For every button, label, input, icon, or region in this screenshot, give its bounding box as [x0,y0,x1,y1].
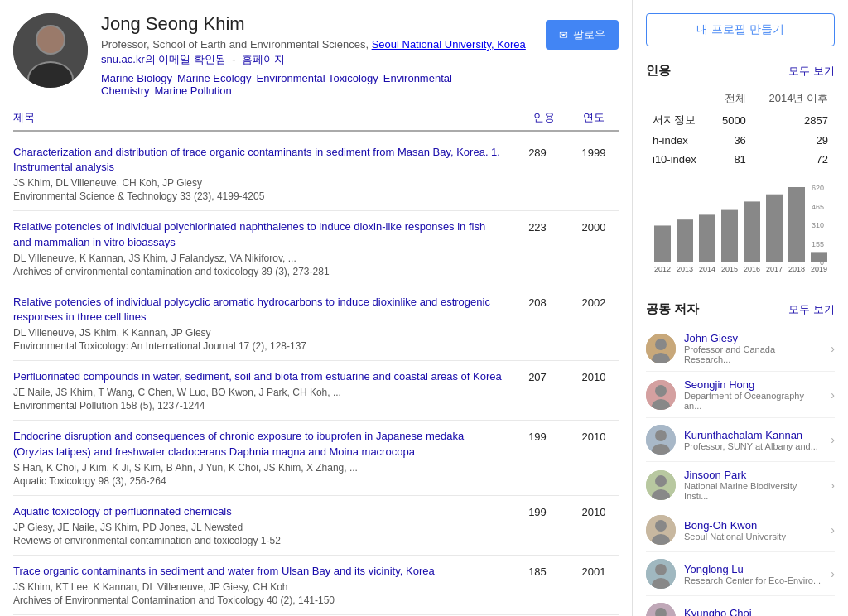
list-item[interactable]: Seongjin Hong Department of Oceanography… [646,372,835,418]
coauthor-avatar [646,515,676,545]
publications-section: 제목 인용 연도 Characterization and distributi… [13,110,619,616]
pub-content: Trace organic contaminants in sediment a… [13,564,506,606]
keyword-link[interactable]: Marine Pollution [155,84,232,97]
pub-content: Relative potencies of individual polycyc… [13,295,506,352]
svg-text:2014: 2014 [699,265,716,273]
svg-text:2016: 2016 [744,265,760,273]
pub-title[interactable]: Relative potencies of individual polychl… [13,219,506,249]
chevron-right-icon: › [831,567,835,580]
pub-title[interactable]: Perfluorinated compounds in water, sedim… [13,369,506,384]
table-row: Aquatic toxicology of perfluorinated che… [13,496,619,556]
svg-point-27 [655,339,667,350]
pub-authors: S Han, K Choi, J Kim, K Ji, S Kim, B Ahn… [13,462,506,474]
create-profile-button[interactable]: 내 프로필 만들기 [646,13,835,46]
coauthor-info: Yonglong Lu Research Center for Eco-Envi… [684,563,822,585]
coauthor-affil: Research Center for Eco-Enviro... [684,575,822,585]
pub-authors: DL Villeneuve, JS Khim, K Kannan, JP Gie… [13,327,506,339]
svg-text:620: 620 [812,184,824,192]
citations-section: 인용 모두 보기 전체 2014년 이후 서지정보 5000 2857 h-in… [646,63,835,285]
pub-authors: JP Giesy, JE Naile, JS Khim, PD Jones, J… [13,522,506,533]
list-item[interactable]: Jinsoon Park National Marine Biodiversit… [646,462,835,508]
svg-text:2019: 2019 [811,265,827,273]
list-item[interactable]: Yonglong Lu Research Center for Eco-Envi… [646,552,835,596]
pub-title[interactable]: Relative potencies of individual polycyc… [13,295,506,325]
col-since-header: 2014년 이후 [753,89,833,108]
table-header: 제목 인용 연도 [13,110,619,132]
stat-since: 72 [753,151,833,168]
table-row: Relative potencies of individual polycyc… [13,286,619,361]
email-verify-link[interactable]: snu.ac.kr의 이메일 확인됨 [101,53,226,65]
pub-content: Characterization and distribution of tra… [13,145,506,202]
chevron-right-icon: › [831,433,835,446]
keyword-link[interactable]: Marine Ecology [177,72,252,84]
coauthor-name: John Giesy [684,332,822,344]
profile-links: snu.ac.kr의 이메일 확인됨 - 홈페이지 [101,52,532,67]
svg-point-42 [655,564,667,575]
svg-point-30 [655,385,667,397]
pub-content: Relative potencies of individual polychl… [13,219,506,277]
svg-rect-16 [721,210,738,262]
pub-title[interactable]: Aquatic toxicology of perfluorinated che… [13,504,506,519]
col-citations[interactable]: 인용 [519,110,569,125]
stats-row: h-index 36 29 [648,132,833,149]
svg-text:465: 465 [812,203,824,211]
profile-title: Professor, School of Earth and Environme… [101,38,532,51]
list-item[interactable]: John Giesy Professor and Canada Research… [646,325,835,372]
pub-year: 2001 [569,564,619,606]
pub-content: Aquatic toxicology of perfluorinated che… [13,504,506,546]
svg-point-39 [655,520,667,532]
col-year[interactable]: 연도 [569,110,619,125]
col-title[interactable]: 제목 [13,110,519,125]
pub-year: 2000 [569,219,619,277]
coauthor-affil: Department of Oceanography an... [684,391,822,411]
svg-text:2012: 2012 [654,265,671,273]
pub-content: Perfluorinated compounds in water, sedim… [13,369,506,411]
pub-title[interactable]: Characterization and distribution of tra… [13,145,506,175]
stat-label: 서지정보 [648,110,710,130]
stats-row: 서지정보 5000 2857 [648,110,833,130]
svg-text:2013: 2013 [677,265,693,273]
table-row: Trace organic contaminants in sediment a… [13,556,619,615]
pub-journal: Environmental Toxicology: An Internation… [13,340,506,352]
pub-citation-count: 208 [513,295,562,352]
follow-button[interactable]: ✉ 팔로우 [546,20,619,50]
stat-label: h-index [648,132,710,149]
pub-title[interactable]: Endocrine disruption and consequences of… [13,429,506,459]
citations-title: 인용 [646,63,671,79]
chevron-right-icon: › [831,611,835,616]
citations-chart: 6204653101550201220132014201520162017201… [646,183,835,285]
pub-citation-count: 185 [513,564,562,606]
coauthor-avatar [646,425,676,455]
pub-journal: Reviews of environmental contamination a… [13,535,506,546]
email-icon: ✉ [559,29,568,41]
pub-journal: Environmental Science & Technology 33 (2… [13,190,506,202]
coauthor-avatar [646,380,676,410]
pub-title[interactable]: Trace organic contaminants in sediment a… [13,564,506,579]
coauthor-avatar [646,334,676,363]
coauthor-affil: National Marine Biodiversity Insti... [684,481,822,501]
svg-rect-10 [654,225,671,262]
keyword-link[interactable]: Marine Biology [101,72,172,84]
table-row: Characterization and distribution of tra… [13,137,619,211]
coauthor-info: John Giesy Professor and Canada Research… [684,332,822,364]
coauthors-view-all[interactable]: 모두 보기 [788,302,835,317]
list-item[interactable]: Kyungho Choi national university › [646,596,835,616]
profile-header: Jong Seong Khim Professor, School of Ear… [13,13,619,97]
coauthor-affil: Seoul National University [684,532,822,541]
coauthor-affil: Professor, SUNY at Albany and... [684,441,822,451]
list-item[interactable]: Bong-Oh Kwon Seoul National University › [646,508,835,552]
pub-citation-count: 223 [513,219,562,277]
keyword-link[interactable]: Environmental Toxicology [257,72,378,84]
university-link[interactable]: Seoul National University, Korea [372,38,526,51]
profile-info: Jong Seong Khim Professor, School of Ear… [101,13,532,97]
citations-header: 인용 모두 보기 [646,63,835,79]
publications-list: Characterization and distribution of tra… [13,137,619,616]
list-item[interactable]: Kurunthachalam Kannan Professor, SUNY at… [646,418,835,462]
svg-text:2018: 2018 [788,265,805,273]
col-all-header: 전체 [711,89,751,108]
citations-view-all[interactable]: 모두 보기 [788,64,835,79]
svg-rect-12 [677,219,693,262]
coauthor-name: Jinsoon Park [684,469,822,481]
homepage-link[interactable]: 홈페이지 [242,53,285,65]
stat-since: 2857 [753,110,833,130]
